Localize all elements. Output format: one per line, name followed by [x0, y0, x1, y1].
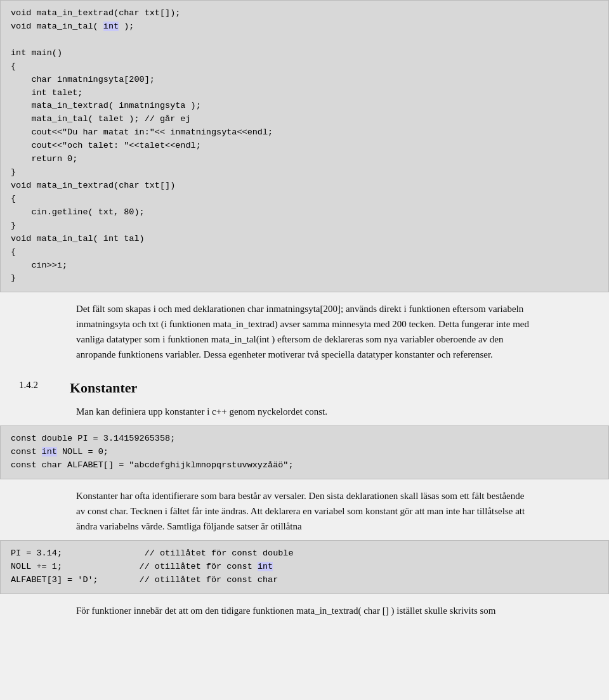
page: void mata_in_textrad(char txt[]); void m… [0, 0, 609, 700]
paragraph-1-text: Det fält som skapas i och med deklaratio… [76, 304, 529, 360]
section-intro: Man kan definiera upp konstanter i c++ g… [0, 400, 609, 425]
section-title: Konstanter [70, 380, 137, 396]
paragraph-2-text: Konstanter har ofta identifierare som ba… [76, 491, 525, 531]
paragraph-2: Konstanter har ofta identifierare som ba… [0, 479, 609, 540]
code-block-3: PI = 3.14; // otillåtet för const double… [0, 540, 609, 594]
code-block-2: const double PI = 3.14159265358; const i… [0, 425, 609, 479]
paragraph-3: För funktioner innebär det att om den ti… [0, 594, 609, 625]
section-number: 1.4.2 [19, 380, 70, 391]
section-intro-text: Man kan definiera upp konstanter i c++ g… [76, 406, 327, 417]
paragraph-3-text: För funktioner innebär det att om den ti… [76, 606, 496, 616]
paragraph-1: Det fält som skapas i och med deklaratio… [0, 292, 609, 368]
code-block-1: void mata_in_textrad(char txt[]); void m… [0, 0, 609, 292]
section-header: 1.4.2 Konstanter [0, 368, 609, 400]
